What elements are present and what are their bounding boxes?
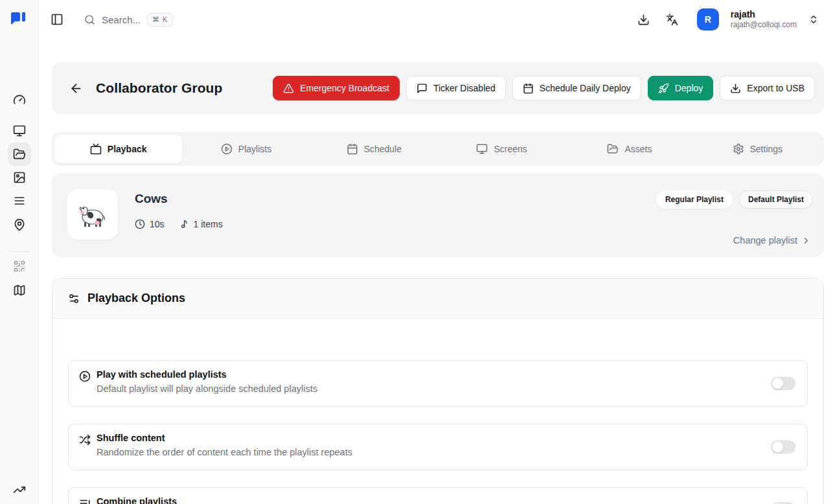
user-name: rajath [731, 9, 797, 20]
playlist-duration: 10s [135, 219, 165, 229]
page-header: Collaborator Group Emergency Broadcast T… [52, 62, 824, 114]
cow-image [78, 201, 108, 227]
download-icon [637, 14, 650, 26]
message-square-icon [416, 83, 428, 94]
sidebar-item-locations[interactable] [8, 213, 31, 236]
tab-screens[interactable]: Screens [438, 135, 565, 163]
search-icon [84, 14, 95, 25]
gauge-icon [13, 93, 26, 106]
gear-icon [733, 143, 744, 155]
playlist-stats: 10s 1 items [135, 219, 223, 229]
arrow-left-icon [69, 82, 83, 95]
sidebar-item-licenses[interactable] [8, 501, 31, 504]
option-subtitle: Default playlist will play alongside sch… [97, 384, 317, 394]
app-logo[interactable] [0, 0, 39, 39]
folder-open-icon [13, 148, 26, 161]
top-bar: Search... ⌘ K R rajath rajath@colloqi.co… [0, 0, 833, 39]
change-playlist-label: Change playlist [733, 235, 797, 246]
tab-screens-label: Screens [494, 144, 527, 154]
shuffle-icon [79, 434, 91, 446]
tab-bar: Playback Playlists Schedule Screens Asse… [52, 132, 824, 166]
badge-default-playlist: Default Playlist [739, 190, 813, 209]
search-placeholder: Search... [102, 14, 141, 25]
user-email: rajath@colloqi.com [731, 20, 797, 29]
folder-open-icon [607, 143, 619, 155]
rocket-icon [658, 83, 669, 94]
sidebar-item-assets[interactable] [8, 166, 31, 189]
option-text: Play with scheduled playlists Default pl… [97, 361, 317, 394]
toggle-knob [772, 378, 783, 389]
change-playlist-link[interactable]: Change playlist [733, 235, 811, 246]
export-usb-button[interactable]: Export to USB [720, 76, 815, 100]
tab-settings[interactable]: Settings [694, 135, 821, 163]
map-pin-icon [13, 218, 26, 231]
download-icon [730, 83, 741, 94]
tab-assets[interactable]: Assets [565, 135, 693, 163]
schedule-daily-deploy-button[interactable]: Schedule Daily Deploy [512, 76, 641, 100]
tab-playback[interactable]: Playback [54, 135, 182, 163]
ticker-disabled-button[interactable]: Ticker Disabled [406, 76, 506, 100]
tab-schedule-label: Schedule [364, 144, 402, 154]
list-end-icon [79, 498, 91, 504]
emergency-broadcast-button[interactable]: Emergency Broadcast [273, 76, 400, 100]
tab-assets-label: Assets [624, 144, 652, 154]
language-button[interactable] [661, 8, 684, 31]
toggle-knob [772, 442, 783, 453]
sidebar-item-qr[interactable] [8, 255, 31, 278]
download-button[interactable] [632, 8, 656, 31]
music-note-icon [179, 219, 189, 229]
search-input[interactable]: Search... ⌘ K [84, 13, 173, 27]
sidebar-item-screens[interactable] [8, 119, 31, 143]
toggle-scheduled-playlists[interactable] [771, 377, 795, 391]
sidebar-item-dashboard[interactable] [8, 88, 31, 111]
clock-icon [135, 219, 145, 229]
tab-playlists-label: Playlists [238, 144, 271, 154]
sidebar-item-analytics[interactable] [8, 478, 31, 501]
playlist-title: Cows [135, 192, 223, 206]
option-text: Shuffle content Randomize the order of c… [97, 424, 352, 457]
page-title: Collaborator Group [96, 80, 222, 96]
monitor-icon [476, 143, 488, 155]
playlist-items-value: 1 items [194, 219, 223, 229]
export-usb-label: Export to USB [747, 83, 804, 93]
triangle-alert-icon [283, 83, 294, 94]
play-circle-icon [221, 143, 233, 155]
monitor-icon [13, 124, 26, 137]
pi-logo-icon [10, 12, 29, 27]
side-nav [0, 39, 39, 504]
option-row-scheduled: Play with scheduled playlists Default pl… [68, 360, 808, 407]
option-title: Combine playlists [97, 496, 177, 504]
chevrons-up-down-icon [808, 14, 819, 25]
playlist-duration-value: 10s [150, 219, 165, 229]
ticker-disabled-label: Ticker Disabled [433, 83, 496, 93]
play-circle-icon [79, 371, 91, 382]
avatar-initial: R [705, 14, 711, 25]
sidebar-toggle-button[interactable] [45, 8, 69, 31]
list-icon [13, 194, 26, 207]
avatar[interactable]: R [697, 8, 719, 30]
playlist-items: 1 items [179, 219, 223, 229]
playback-options-body: Play with scheduled playlists Default pl… [52, 319, 823, 504]
user-info: rajath rajath@colloqi.com [731, 9, 797, 29]
badge-regular-playlist: Regular Playlist [656, 190, 733, 209]
sidebar-item-groups[interactable] [8, 143, 31, 166]
deploy-button[interactable]: Deploy [648, 76, 714, 100]
sidebar-item-map[interactable] [8, 279, 31, 302]
back-button[interactable] [65, 77, 87, 99]
tab-playlists[interactable]: Playlists [182, 135, 310, 163]
account-menu-button[interactable] [806, 8, 821, 31]
tab-schedule[interactable]: Schedule [310, 135, 438, 163]
sliders-icon [68, 293, 80, 304]
option-subtitle: Randomize the order of content each time… [97, 447, 352, 457]
toggle-shuffle-content[interactable] [771, 441, 795, 454]
chevron-right-icon [801, 236, 811, 246]
playlist-thumbnail [67, 189, 118, 240]
deploy-label: Deploy [675, 83, 703, 93]
calendar-icon [523, 83, 534, 94]
map-icon [13, 284, 26, 297]
sidebar-divider [9, 251, 30, 252]
playlist-card: Cows 10s 1 items Regular Playlist Defa [52, 173, 824, 257]
playback-options-title: Playback Options [87, 292, 185, 305]
search-shortcut-badge: ⌘ K [147, 13, 173, 27]
sidebar-item-playlists[interactable] [8, 189, 31, 212]
